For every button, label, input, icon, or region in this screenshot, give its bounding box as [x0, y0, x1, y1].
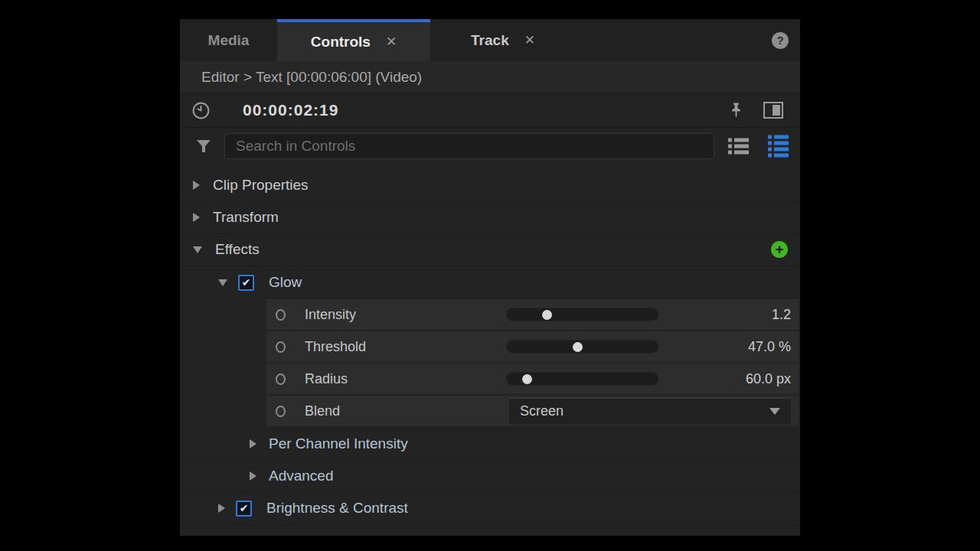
chevron-down-icon[interactable] — [218, 279, 227, 286]
chevron-right-icon[interactable] — [193, 213, 200, 222]
tree-row-per-channel-intensity[interactable]: Per Channel Intensity — [180, 428, 800, 460]
tree-row-transform[interactable]: Transform — [180, 201, 800, 233]
radius-slider[interactable] — [506, 373, 658, 386]
param-row-intensity: Intensity 1.2 — [266, 299, 799, 330]
tree-row-advanced[interactable]: Advanced — [180, 460, 800, 492]
search-input[interactable] — [224, 133, 714, 159]
property-tree: Clip Properties Transform Effects + ✔ Gl… — [180, 165, 800, 524]
param-label: Radius — [305, 371, 348, 387]
row-label: Transform — [213, 209, 279, 226]
add-effect-icon[interactable]: + — [771, 241, 788, 258]
keyframe-toggle-icon[interactable] — [276, 406, 286, 417]
close-icon[interactable]: ✕ — [386, 34, 397, 50]
compact-list-view-icon[interactable] — [728, 139, 749, 155]
tree-row-effects[interactable]: Effects + — [180, 233, 800, 266]
dropdown-selected-value: Screen — [520, 403, 769, 419]
param-label: Intensity — [305, 307, 356, 323]
chevron-right-icon[interactable] — [250, 439, 256, 448]
tab-track-label: Track — [471, 32, 509, 49]
keyframe-toggle-icon[interactable] — [276, 341, 286, 353]
effect-label: Brightness & Contrast — [266, 500, 408, 517]
slider-thumb[interactable] — [573, 342, 583, 352]
split-right — [773, 105, 780, 116]
row-label: Per Channel Intensity — [269, 435, 408, 452]
effect-label: Glow — [269, 274, 302, 291]
breadcrumb: Editor > Text [00:00:06:00] (Video) — [180, 61, 800, 93]
blend-dropdown[interactable]: Screen — [509, 398, 791, 424]
timecode-bar: 00:00:02:19 — [180, 93, 800, 128]
tab-media[interactable]: Media — [180, 19, 277, 61]
help-icon[interactable]: ? — [772, 32, 789, 49]
keyframe-toggle-icon[interactable] — [276, 309, 286, 321]
row-label: Effects — [215, 241, 260, 258]
param-row-blend: Blend Screen — [266, 396, 799, 426]
tab-bar: Media Controls ✕ Track ✕ ? — [180, 19, 800, 61]
slider-thumb[interactable] — [522, 374, 532, 384]
intensity-slider[interactable] — [506, 308, 658, 321]
close-icon[interactable]: ✕ — [524, 32, 535, 48]
slider-thumb[interactable] — [542, 310, 552, 320]
chevron-right-icon[interactable] — [250, 471, 256, 481]
pin-icon[interactable] — [727, 101, 745, 119]
split-columns-icon[interactable] — [763, 102, 783, 119]
param-label: Threshold — [305, 339, 366, 355]
tab-media-label: Media — [208, 32, 250, 49]
param-value[interactable]: 60.0 px — [746, 371, 791, 387]
check-icon: ✔ — [242, 277, 251, 288]
param-label: Blend — [305, 403, 340, 419]
tab-controls[interactable]: Controls ✕ — [277, 19, 430, 61]
controls-panel: Media Controls ✕ Track ✕ ? Editor > Text… — [180, 19, 800, 536]
row-label: Advanced — [269, 468, 334, 484]
search-bar — [180, 128, 800, 165]
timecode-value[interactable]: 00:00:02:19 — [243, 101, 338, 119]
check-icon: ✔ — [240, 503, 249, 514]
tree-row-brightness-contrast[interactable]: ✔ Brightness & Contrast — [180, 492, 800, 524]
tab-track[interactable]: Track ✕ — [446, 19, 560, 61]
chevron-down-icon[interactable] — [193, 246, 202, 253]
split-left — [766, 105, 771, 116]
param-value[interactable]: 1.2 — [772, 307, 791, 323]
breadcrumb-text[interactable]: Editor > Text [00:00:06:00] (Video) — [201, 69, 422, 86]
param-value[interactable]: 47.0 % — [748, 339, 791, 355]
threshold-slider[interactable] — [506, 341, 658, 354]
clock-icon[interactable] — [191, 101, 211, 120]
param-row-threshold: Threshold 47.0 % — [266, 331, 799, 362]
detailed-list-view-icon[interactable] — [768, 135, 789, 158]
chevron-right-icon[interactable] — [218, 504, 225, 513]
tree-row-clip-properties[interactable]: Clip Properties — [180, 169, 800, 201]
tree-row-glow[interactable]: ✔ Glow — [180, 266, 800, 299]
keyframe-toggle-icon[interactable] — [276, 373, 286, 385]
param-row-radius: Radius 60.0 px — [266, 364, 799, 394]
row-label: Clip Properties — [213, 177, 309, 194]
glow-enabled-checkbox[interactable]: ✔ — [238, 275, 254, 291]
chevron-right-icon[interactable] — [193, 181, 200, 190]
chevron-down-icon — [769, 408, 780, 415]
brightness-contrast-enabled-checkbox[interactable]: ✔ — [236, 500, 252, 517]
tab-controls-label: Controls — [311, 34, 371, 51]
filter-icon[interactable] — [194, 138, 213, 155]
